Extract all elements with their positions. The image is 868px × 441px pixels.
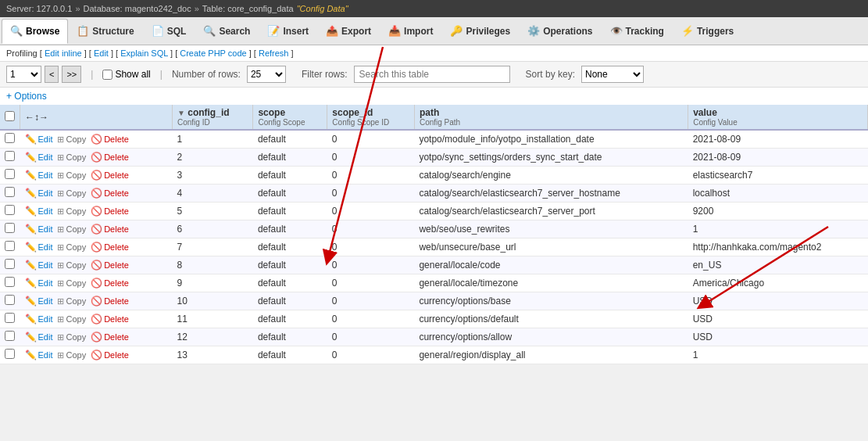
tab-import[interactable]: 📥 Import bbox=[380, 19, 441, 44]
tab-insert[interactable]: 📝 Insert bbox=[259, 19, 317, 44]
tab-import-label: Import bbox=[404, 26, 433, 37]
create-php-link[interactable]: Create PHP code bbox=[180, 48, 246, 58]
delete-button[interactable]: Delete bbox=[104, 332, 129, 342]
edit-button[interactable]: Edit bbox=[38, 188, 53, 198]
th-scope-id[interactable]: scope_id Config Scope ID bbox=[327, 105, 415, 130]
cell-scope-id: 0 bbox=[327, 203, 415, 220]
edit-button[interactable]: Edit bbox=[38, 134, 53, 144]
copy-button[interactable]: Copy bbox=[66, 152, 86, 162]
edit-button[interactable]: Edit bbox=[38, 170, 53, 180]
cell-scope: default bbox=[253, 130, 327, 149]
show-all-checkbox[interactable] bbox=[102, 70, 113, 80]
delete-button[interactable]: Delete bbox=[104, 296, 129, 306]
title-sep1: » bbox=[75, 4, 80, 13]
delete-button[interactable]: Delete bbox=[104, 314, 129, 324]
cell-path: general/locale/code bbox=[414, 256, 688, 274]
table-row: ✏️ Edit ⊞ Copy 🚫 Delete 2default0yotpo/s… bbox=[0, 149, 868, 167]
select-all-checkbox[interactable] bbox=[5, 111, 15, 121]
refresh-link[interactable]: Refresh bbox=[259, 48, 289, 58]
page-next-btn[interactable]: >> bbox=[62, 66, 81, 83]
delete-button[interactable]: Delete bbox=[104, 188, 129, 198]
title-database: Database: magento242_doc bbox=[84, 4, 191, 13]
tab-operations[interactable]: ⚙️ Operations bbox=[519, 19, 601, 44]
tab-tracking[interactable]: 👁️ Tracking bbox=[602, 19, 673, 44]
delete-icon: 🚫 bbox=[91, 314, 102, 324]
copy-button[interactable]: Copy bbox=[66, 314, 86, 324]
page-number-select[interactable]: 1 bbox=[6, 66, 41, 83]
copy-button[interactable]: Copy bbox=[66, 260, 86, 270]
th-value[interactable]: value Config Value bbox=[688, 105, 868, 130]
delete-button[interactable]: Delete bbox=[104, 278, 129, 288]
row-checkbox-cell bbox=[0, 328, 20, 346]
row-checkbox[interactable] bbox=[5, 241, 15, 251]
th-path[interactable]: path Config Path bbox=[414, 105, 688, 130]
delete-button[interactable]: Delete bbox=[104, 242, 129, 252]
copy-button[interactable]: Copy bbox=[66, 206, 86, 216]
options-bar[interactable]: + Options bbox=[0, 88, 868, 105]
delete-button[interactable]: Delete bbox=[104, 350, 129, 360]
edit-button[interactable]: Edit bbox=[38, 242, 53, 252]
copy-button[interactable]: Copy bbox=[66, 350, 86, 360]
rows-select[interactable]: 25 bbox=[247, 66, 286, 83]
tab-structure[interactable]: 📋 Structure bbox=[68, 19, 142, 44]
page-prev-btn[interactable]: < bbox=[45, 66, 59, 83]
row-checkbox[interactable] bbox=[5, 277, 15, 287]
copy-button[interactable]: Copy bbox=[66, 296, 86, 306]
delete-button[interactable]: Delete bbox=[104, 206, 129, 216]
copy-button[interactable]: Copy bbox=[66, 332, 86, 342]
edit-button[interactable]: Edit bbox=[38, 224, 53, 234]
row-checkbox[interactable] bbox=[5, 187, 15, 197]
delete-button[interactable]: Delete bbox=[104, 134, 129, 144]
edit-button[interactable]: Edit bbox=[38, 206, 53, 216]
profiling-bar: Profiling [ Edit inline ] [ Edit ] [ Exp… bbox=[0, 45, 868, 62]
filter-input[interactable] bbox=[354, 66, 510, 83]
edit-button[interactable]: Edit bbox=[38, 314, 53, 324]
delete-button[interactable]: Delete bbox=[104, 224, 129, 234]
row-checkbox[interactable] bbox=[5, 259, 15, 269]
row-checkbox[interactable] bbox=[5, 205, 15, 215]
edit-inline-link[interactable]: Edit inline bbox=[45, 48, 82, 58]
delete-button[interactable]: Delete bbox=[104, 260, 129, 270]
edit-link[interactable]: Edit bbox=[94, 48, 109, 58]
tab-sql[interactable]: 📄 SQL bbox=[143, 19, 195, 44]
delete-button[interactable]: Delete bbox=[104, 152, 129, 162]
row-checkbox[interactable] bbox=[5, 133, 15, 143]
edit-button[interactable]: Edit bbox=[38, 296, 53, 306]
row-actions-cell: ✏️ Edit ⊞ Copy 🚫 Delete bbox=[20, 328, 173, 346]
copy-row-icon: ⊞ bbox=[57, 296, 64, 307]
row-checkbox[interactable] bbox=[5, 349, 15, 359]
tab-search[interactable]: 🔍 Search bbox=[195, 19, 259, 44]
tab-triggers[interactable]: ⚡ Triggers bbox=[673, 19, 742, 44]
row-checkbox[interactable] bbox=[5, 151, 15, 161]
copy-button[interactable]: Copy bbox=[66, 278, 86, 288]
row-checkbox[interactable] bbox=[5, 295, 15, 305]
delete-button[interactable]: Delete bbox=[104, 170, 129, 180]
tab-browse[interactable]: 🔍 Browse bbox=[2, 19, 68, 44]
row-checkbox[interactable] bbox=[5, 223, 15, 233]
tab-export[interactable]: 📤 Export bbox=[317, 19, 380, 44]
tab-privileges[interactable]: 🔑 Privileges bbox=[441, 19, 519, 44]
copy-button[interactable]: Copy bbox=[66, 170, 86, 180]
copy-button[interactable]: Copy bbox=[66, 134, 86, 144]
row-checkbox[interactable] bbox=[5, 313, 15, 323]
sort-select[interactable]: None bbox=[581, 66, 644, 83]
edit-button[interactable]: Edit bbox=[38, 350, 53, 360]
row-checkbox[interactable] bbox=[5, 169, 15, 179]
copy-button[interactable]: Copy bbox=[66, 242, 86, 252]
edit-button[interactable]: Edit bbox=[38, 278, 53, 288]
th-config-id[interactable]: ▼ config_id Config ID bbox=[172, 105, 252, 130]
explain-sql-link[interactable]: Explain SQL bbox=[120, 48, 168, 58]
edit-button[interactable]: Edit bbox=[38, 332, 53, 342]
nav-tabs: 🔍 Browse 📋 Structure 📄 SQL 🔍 Search 📝 In… bbox=[0, 17, 868, 45]
edit-button[interactable]: Edit bbox=[38, 260, 53, 270]
table-container: ←↕→ ▼ config_id Config ID scope Config S… bbox=[0, 105, 868, 364]
cell-config-id: 2 bbox=[172, 149, 252, 167]
edit-button[interactable]: Edit bbox=[38, 152, 53, 162]
copy-button[interactable]: Copy bbox=[66, 224, 86, 234]
th-scope[interactable]: scope Config Scope bbox=[253, 105, 327, 130]
tab-triggers-label: Triggers bbox=[697, 26, 734, 37]
pencil-icon: ✏️ bbox=[25, 188, 37, 199]
row-checkbox[interactable] bbox=[5, 331, 15, 341]
copy-button[interactable]: Copy bbox=[66, 188, 86, 198]
toolbar-sep2: | bbox=[160, 69, 163, 80]
